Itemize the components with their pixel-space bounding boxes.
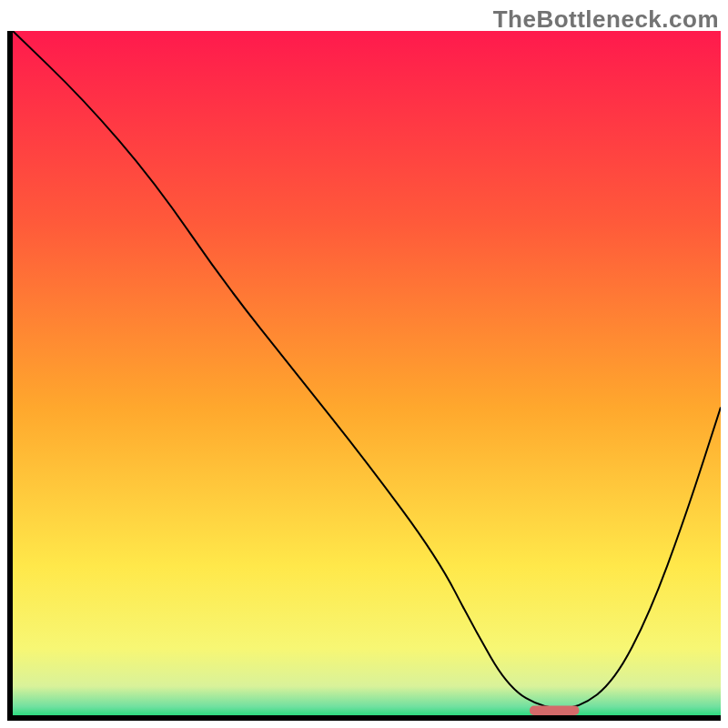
chart-container: TheBottleneck.com — [0, 0, 728, 728]
gradient-area — [11, 31, 721, 717]
watermark-text: TheBottleneck.com — [493, 5, 719, 34]
optimum-marker — [530, 705, 579, 715]
bottleneck-chart — [7, 31, 721, 721]
